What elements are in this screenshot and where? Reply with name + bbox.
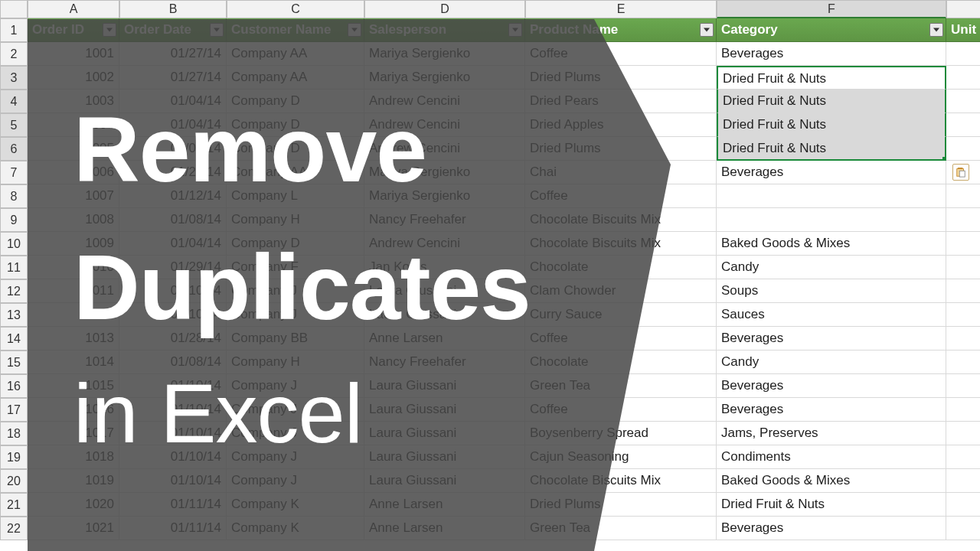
cell-G18[interactable] <box>946 422 980 445</box>
cell-G3[interactable] <box>946 66 980 90</box>
cell-G17[interactable] <box>946 398 980 422</box>
cell-A20[interactable]: 1019 <box>28 469 119 493</box>
cell-A12[interactable]: 1011 <box>28 279 119 303</box>
cell-E5[interactable]: Dried Apples <box>525 113 717 137</box>
cell-C16[interactable]: Company J <box>227 374 364 398</box>
cell-A21[interactable]: 1020 <box>28 493 119 517</box>
cell-E18[interactable]: Boysenberry Spread <box>525 422 717 445</box>
cell-D6[interactable]: Andrew Cencini <box>364 137 525 161</box>
cell-G19[interactable] <box>946 445 980 469</box>
row-header-6[interactable]: 6 <box>0 137 28 161</box>
cell-G8[interactable] <box>946 184 980 208</box>
cell-F13[interactable]: Sauces <box>717 303 946 327</box>
filter-dropdown-icon[interactable] <box>103 23 116 37</box>
table-header-G[interactable]: Unit <box>946 18 980 42</box>
cell-G10[interactable] <box>946 232 980 256</box>
column-header-B[interactable]: B <box>119 0 227 18</box>
cell-D18[interactable]: Laura Giussani <box>364 422 525 445</box>
cell-F16[interactable]: Beverages <box>717 374 946 398</box>
cell-F18[interactable]: Jams, Preserves <box>717 422 946 445</box>
cell-A9[interactable]: 1008 <box>28 208 119 232</box>
cell-C8[interactable]: Company L <box>227 184 364 208</box>
table-header-F[interactable]: Category <box>717 18 946 42</box>
cell-C13[interactable]: Company J <box>227 303 364 327</box>
cell-D11[interactable]: Jan Kotas <box>364 256 525 279</box>
table-header-A[interactable]: Order ID <box>28 18 119 42</box>
cell-D3[interactable]: Mariya Sergienko <box>364 66 525 90</box>
cell-B12[interactable]: 01/10/14 <box>119 279 227 303</box>
row-header-14[interactable]: 14 <box>0 327 28 350</box>
cell-E12[interactable]: Clam Chowder <box>525 279 717 303</box>
cell-B9[interactable]: 01/08/14 <box>119 208 227 232</box>
cell-F4[interactable]: Dried Fruit & Nuts <box>717 90 946 113</box>
cell-G21[interactable] <box>946 493 980 517</box>
row-header-17[interactable]: 17 <box>0 398 28 422</box>
cell-E11[interactable]: Chocolate <box>525 256 717 279</box>
cell-B8[interactable]: 01/12/14 <box>119 184 227 208</box>
cell-B10[interactable]: 01/04/14 <box>119 232 227 256</box>
cell-G4[interactable] <box>946 90 980 113</box>
cell-D9[interactable]: Nancy Freehafer <box>364 208 525 232</box>
row-header-2[interactable]: 2 <box>0 42 28 66</box>
cell-F5[interactable]: Dried Fruit & Nuts <box>717 113 946 137</box>
row-header-11[interactable]: 11 <box>0 256 28 279</box>
cell-C5[interactable]: Company D <box>227 113 364 137</box>
cell-A6[interactable]: 1005 <box>28 137 119 161</box>
cell-C17[interactable]: Company J <box>227 398 364 422</box>
cell-C12[interactable]: Company J <box>227 279 364 303</box>
cell-A11[interactable]: 1010 <box>28 256 119 279</box>
cell-B20[interactable]: 01/10/14 <box>119 469 227 493</box>
cell-C10[interactable]: Company D <box>227 232 364 256</box>
cell-C20[interactable]: Company J <box>227 469 364 493</box>
cell-F10[interactable]: Baked Goods & Mixes <box>717 232 946 256</box>
spreadsheet-grid[interactable]: ABCDEFG1Order IDOrder DateCustomer NameS… <box>0 0 980 540</box>
cell-F7[interactable]: Beverages <box>717 161 946 184</box>
cell-D7[interactable]: Mariya Sergienko <box>364 161 525 184</box>
cell-D15[interactable]: Nancy Freehafer <box>364 350 525 374</box>
row-header-5[interactable]: 5 <box>0 113 28 137</box>
cell-F2[interactable]: Beverages <box>717 42 946 66</box>
row-header-20[interactable]: 20 <box>0 469 28 493</box>
cell-B7[interactable]: 01/27/14 <box>119 161 227 184</box>
cell-F17[interactable]: Beverages <box>717 398 946 422</box>
cell-E6[interactable]: Dried Plums <box>525 137 717 161</box>
cell-E17[interactable]: Coffee <box>525 398 717 422</box>
table-header-B[interactable]: Order Date <box>119 18 227 42</box>
table-header-D[interactable]: Salesperson <box>364 18 525 42</box>
row-header-4[interactable]: 4 <box>0 90 28 113</box>
column-header-A[interactable]: A <box>28 0 119 18</box>
cell-C14[interactable]: Company BB <box>227 327 364 350</box>
cell-F9[interactable] <box>717 208 946 232</box>
cell-F20[interactable]: Baked Goods & Mixes <box>717 469 946 493</box>
cell-G14[interactable] <box>946 327 980 350</box>
cell-F19[interactable]: Condiments <box>717 445 946 469</box>
cell-A2[interactable]: 1001 <box>28 42 119 66</box>
cell-C22[interactable]: Company K <box>227 517 364 540</box>
cell-D14[interactable]: Anne Larsen <box>364 327 525 350</box>
cell-D8[interactable]: Mariya Sergienko <box>364 184 525 208</box>
cell-A3[interactable]: 1002 <box>28 66 119 90</box>
cell-D13[interactable]: Laura Giussani <box>364 303 525 327</box>
column-header-E[interactable]: E <box>525 0 717 18</box>
cell-C7[interactable]: Company AA <box>227 161 364 184</box>
cell-C19[interactable]: Company J <box>227 445 364 469</box>
cell-G13[interactable] <box>946 303 980 327</box>
cell-A4[interactable]: 1003 <box>28 90 119 113</box>
column-header-C[interactable]: C <box>227 0 364 18</box>
cell-B11[interactable]: 01/29/14 <box>119 256 227 279</box>
cell-E3[interactable]: Dried Plums <box>525 66 717 90</box>
cell-E22[interactable]: Green Tea <box>525 517 717 540</box>
cell-A17[interactable]: 1016 <box>28 398 119 422</box>
table-header-E[interactable]: Product Name <box>525 18 717 42</box>
paste-options-icon[interactable] <box>952 164 969 181</box>
cell-C6[interactable]: Company D <box>227 137 364 161</box>
cell-G16[interactable] <box>946 374 980 398</box>
cell-G12[interactable] <box>946 279 980 303</box>
cell-E4[interactable]: Dried Pears <box>525 90 717 113</box>
cell-D20[interactable]: Laura Giussani <box>364 469 525 493</box>
table-header-C[interactable]: Customer Name <box>227 18 364 42</box>
cell-G5[interactable] <box>946 113 980 137</box>
row-header-22[interactable]: 22 <box>0 517 28 540</box>
filter-dropdown-icon[interactable] <box>929 23 943 37</box>
column-header-F[interactable]: F <box>717 0 946 18</box>
